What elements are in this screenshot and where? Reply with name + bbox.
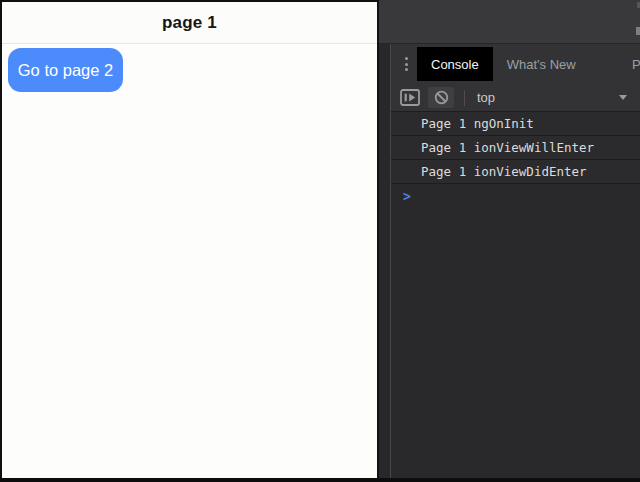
app-content: Go to page 2 (2, 44, 377, 477)
prompt-chevron-icon: > (403, 188, 411, 205)
app-header: page 1 (2, 2, 377, 44)
console-prompt-input[interactable]: > (391, 184, 640, 208)
screenshot-root: page 1 Go to page 2 Console What's New P (0, 0, 640, 482)
block-icon[interactable] (428, 87, 454, 108)
page-devtools-divider (377, 0, 390, 478)
app-page: page 1 Go to page 2 (0, 0, 377, 478)
devtools-panel: Console What's New P top (390, 44, 640, 478)
tab-console[interactable]: Console (417, 47, 493, 81)
console-log: Page 1 ngOnInit Page 1 ionViewWillEnter … (391, 112, 640, 208)
javascript-context-selector[interactable]: top (477, 90, 495, 105)
console-message: Page 1 ionViewDidEnter (391, 160, 640, 184)
console-message: Page 1 ionViewWillEnter (391, 136, 640, 160)
tab-clipped[interactable]: P (632, 47, 640, 81)
console-message: Page 1 ngOnInit (391, 112, 640, 136)
toolbar-separator (464, 90, 465, 106)
caret-down-icon[interactable] (619, 95, 627, 100)
go-to-page-2-button[interactable]: Go to page 2 (8, 48, 123, 92)
devtools-top-strip (379, 0, 640, 44)
more-options-icon[interactable] (395, 49, 417, 79)
page-title: page 1 (162, 13, 217, 33)
tab-whats-new[interactable]: What's New (493, 47, 590, 81)
console-sidebar-toggle-icon[interactable] (400, 89, 420, 106)
devtools-tabbar: Console What's New P (391, 44, 640, 84)
clipped-ui-fragment (636, 27, 640, 35)
console-toolbar: top (391, 84, 640, 112)
